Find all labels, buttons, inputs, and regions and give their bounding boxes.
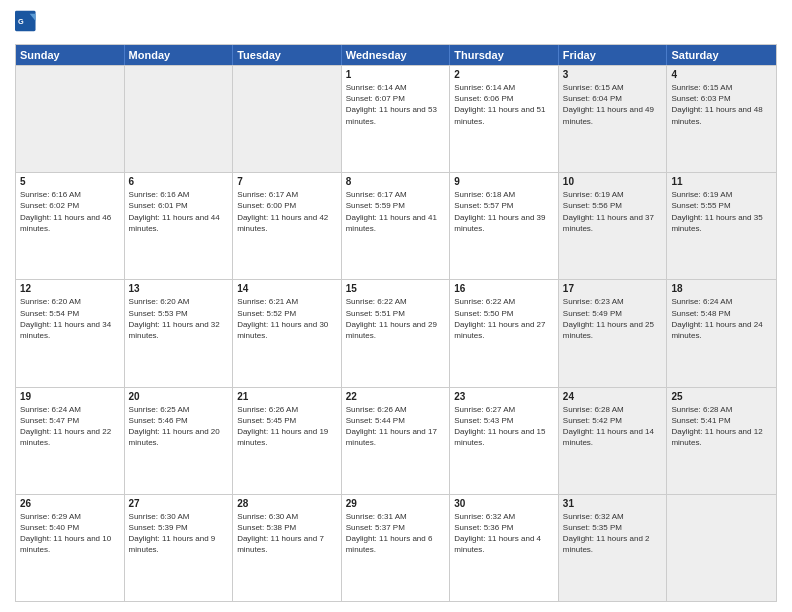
- cell-info: Sunrise: 6:29 AM Sunset: 5:40 PM Dayligh…: [20, 511, 120, 556]
- calendar-cell: 18Sunrise: 6:24 AM Sunset: 5:48 PM Dayli…: [667, 280, 776, 386]
- page-header: G: [15, 10, 777, 38]
- weekday-header-saturday: Saturday: [667, 45, 776, 65]
- day-number: 17: [563, 283, 663, 294]
- day-number: 1: [346, 69, 446, 80]
- day-number: 31: [563, 498, 663, 509]
- day-number: 10: [563, 176, 663, 187]
- weekday-header-tuesday: Tuesday: [233, 45, 342, 65]
- day-number: 24: [563, 391, 663, 402]
- day-number: 22: [346, 391, 446, 402]
- calendar-row-1: 5Sunrise: 6:16 AM Sunset: 6:02 PM Daylig…: [16, 172, 776, 279]
- calendar-cell: 2Sunrise: 6:14 AM Sunset: 6:06 PM Daylig…: [450, 66, 559, 172]
- calendar-body: 1Sunrise: 6:14 AM Sunset: 6:07 PM Daylig…: [16, 65, 776, 601]
- calendar-cell: 28Sunrise: 6:30 AM Sunset: 5:38 PM Dayli…: [233, 495, 342, 601]
- logo-icon: G: [15, 10, 37, 38]
- calendar: SundayMondayTuesdayWednesdayThursdayFrid…: [15, 44, 777, 602]
- day-number: 27: [129, 498, 229, 509]
- calendar-cell: 3Sunrise: 6:15 AM Sunset: 6:04 PM Daylig…: [559, 66, 668, 172]
- day-number: 11: [671, 176, 772, 187]
- cell-info: Sunrise: 6:32 AM Sunset: 5:35 PM Dayligh…: [563, 511, 663, 556]
- calendar-cell: 25Sunrise: 6:28 AM Sunset: 5:41 PM Dayli…: [667, 388, 776, 494]
- cell-info: Sunrise: 6:31 AM Sunset: 5:37 PM Dayligh…: [346, 511, 446, 556]
- cell-info: Sunrise: 6:15 AM Sunset: 6:04 PM Dayligh…: [563, 82, 663, 127]
- day-number: 9: [454, 176, 554, 187]
- calendar-cell: 19Sunrise: 6:24 AM Sunset: 5:47 PM Dayli…: [16, 388, 125, 494]
- day-number: 6: [129, 176, 229, 187]
- calendar-cell: 23Sunrise: 6:27 AM Sunset: 5:43 PM Dayli…: [450, 388, 559, 494]
- cell-info: Sunrise: 6:22 AM Sunset: 5:50 PM Dayligh…: [454, 296, 554, 341]
- cell-info: Sunrise: 6:15 AM Sunset: 6:03 PM Dayligh…: [671, 82, 772, 127]
- day-number: 8: [346, 176, 446, 187]
- cell-info: Sunrise: 6:30 AM Sunset: 5:38 PM Dayligh…: [237, 511, 337, 556]
- cell-info: Sunrise: 6:19 AM Sunset: 5:55 PM Dayligh…: [671, 189, 772, 234]
- cell-info: Sunrise: 6:23 AM Sunset: 5:49 PM Dayligh…: [563, 296, 663, 341]
- calendar-cell: [667, 495, 776, 601]
- calendar-cell: 21Sunrise: 6:26 AM Sunset: 5:45 PM Dayli…: [233, 388, 342, 494]
- day-number: 3: [563, 69, 663, 80]
- cell-info: Sunrise: 6:28 AM Sunset: 5:42 PM Dayligh…: [563, 404, 663, 449]
- day-number: 7: [237, 176, 337, 187]
- calendar-cell: 13Sunrise: 6:20 AM Sunset: 5:53 PM Dayli…: [125, 280, 234, 386]
- day-number: 23: [454, 391, 554, 402]
- calendar-cell: 4Sunrise: 6:15 AM Sunset: 6:03 PM Daylig…: [667, 66, 776, 172]
- calendar-cell: 30Sunrise: 6:32 AM Sunset: 5:36 PM Dayli…: [450, 495, 559, 601]
- day-number: 16: [454, 283, 554, 294]
- cell-info: Sunrise: 6:26 AM Sunset: 5:45 PM Dayligh…: [237, 404, 337, 449]
- cell-info: Sunrise: 6:25 AM Sunset: 5:46 PM Dayligh…: [129, 404, 229, 449]
- calendar-row-4: 26Sunrise: 6:29 AM Sunset: 5:40 PM Dayli…: [16, 494, 776, 601]
- cell-info: Sunrise: 6:20 AM Sunset: 5:54 PM Dayligh…: [20, 296, 120, 341]
- calendar-cell: 1Sunrise: 6:14 AM Sunset: 6:07 PM Daylig…: [342, 66, 451, 172]
- logo: G: [15, 10, 39, 38]
- cell-info: Sunrise: 6:27 AM Sunset: 5:43 PM Dayligh…: [454, 404, 554, 449]
- calendar-cell: 20Sunrise: 6:25 AM Sunset: 5:46 PM Dayli…: [125, 388, 234, 494]
- calendar-cell: 16Sunrise: 6:22 AM Sunset: 5:50 PM Dayli…: [450, 280, 559, 386]
- weekday-header-sunday: Sunday: [16, 45, 125, 65]
- cell-info: Sunrise: 6:17 AM Sunset: 6:00 PM Dayligh…: [237, 189, 337, 234]
- cell-info: Sunrise: 6:16 AM Sunset: 6:01 PM Dayligh…: [129, 189, 229, 234]
- day-number: 29: [346, 498, 446, 509]
- calendar-cell: 24Sunrise: 6:28 AM Sunset: 5:42 PM Dayli…: [559, 388, 668, 494]
- calendar-cell: [233, 66, 342, 172]
- cell-info: Sunrise: 6:17 AM Sunset: 5:59 PM Dayligh…: [346, 189, 446, 234]
- cell-info: Sunrise: 6:20 AM Sunset: 5:53 PM Dayligh…: [129, 296, 229, 341]
- calendar-cell: 14Sunrise: 6:21 AM Sunset: 5:52 PM Dayli…: [233, 280, 342, 386]
- calendar-cell: [125, 66, 234, 172]
- calendar-cell: 7Sunrise: 6:17 AM Sunset: 6:00 PM Daylig…: [233, 173, 342, 279]
- calendar-cell: 31Sunrise: 6:32 AM Sunset: 5:35 PM Dayli…: [559, 495, 668, 601]
- cell-info: Sunrise: 6:21 AM Sunset: 5:52 PM Dayligh…: [237, 296, 337, 341]
- cell-info: Sunrise: 6:24 AM Sunset: 5:47 PM Dayligh…: [20, 404, 120, 449]
- day-number: 19: [20, 391, 120, 402]
- weekday-header-wednesday: Wednesday: [342, 45, 451, 65]
- day-number: 13: [129, 283, 229, 294]
- calendar-cell: 12Sunrise: 6:20 AM Sunset: 5:54 PM Dayli…: [16, 280, 125, 386]
- weekday-header-monday: Monday: [125, 45, 234, 65]
- svg-text:G: G: [18, 17, 24, 26]
- cell-info: Sunrise: 6:19 AM Sunset: 5:56 PM Dayligh…: [563, 189, 663, 234]
- calendar-cell: 8Sunrise: 6:17 AM Sunset: 5:59 PM Daylig…: [342, 173, 451, 279]
- day-number: 21: [237, 391, 337, 402]
- day-number: 26: [20, 498, 120, 509]
- cell-info: Sunrise: 6:22 AM Sunset: 5:51 PM Dayligh…: [346, 296, 446, 341]
- calendar-cell: 10Sunrise: 6:19 AM Sunset: 5:56 PM Dayli…: [559, 173, 668, 279]
- day-number: 30: [454, 498, 554, 509]
- cell-info: Sunrise: 6:24 AM Sunset: 5:48 PM Dayligh…: [671, 296, 772, 341]
- day-number: 28: [237, 498, 337, 509]
- day-number: 2: [454, 69, 554, 80]
- calendar-cell: [16, 66, 125, 172]
- calendar-cell: 29Sunrise: 6:31 AM Sunset: 5:37 PM Dayli…: [342, 495, 451, 601]
- day-number: 4: [671, 69, 772, 80]
- calendar-row-0: 1Sunrise: 6:14 AM Sunset: 6:07 PM Daylig…: [16, 65, 776, 172]
- calendar-header: SundayMondayTuesdayWednesdayThursdayFrid…: [16, 45, 776, 65]
- day-number: 14: [237, 283, 337, 294]
- cell-info: Sunrise: 6:16 AM Sunset: 6:02 PM Dayligh…: [20, 189, 120, 234]
- cell-info: Sunrise: 6:18 AM Sunset: 5:57 PM Dayligh…: [454, 189, 554, 234]
- cell-info: Sunrise: 6:28 AM Sunset: 5:41 PM Dayligh…: [671, 404, 772, 449]
- calendar-cell: 15Sunrise: 6:22 AM Sunset: 5:51 PM Dayli…: [342, 280, 451, 386]
- day-number: 15: [346, 283, 446, 294]
- day-number: 12: [20, 283, 120, 294]
- cell-info: Sunrise: 6:14 AM Sunset: 6:07 PM Dayligh…: [346, 82, 446, 127]
- weekday-header-thursday: Thursday: [450, 45, 559, 65]
- cell-info: Sunrise: 6:30 AM Sunset: 5:39 PM Dayligh…: [129, 511, 229, 556]
- calendar-cell: 26Sunrise: 6:29 AM Sunset: 5:40 PM Dayli…: [16, 495, 125, 601]
- calendar-cell: 9Sunrise: 6:18 AM Sunset: 5:57 PM Daylig…: [450, 173, 559, 279]
